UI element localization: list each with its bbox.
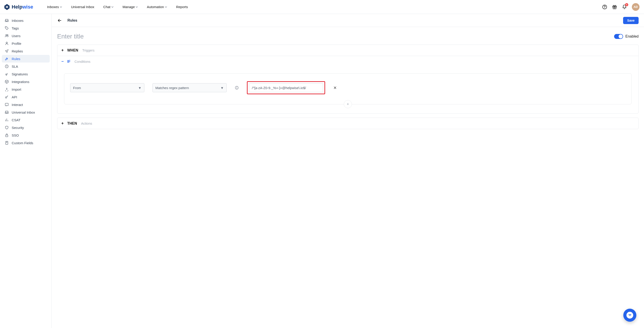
sidebar-item-import[interactable]: Import	[2, 86, 50, 93]
sidebar-item-tags[interactable]: Tags	[2, 24, 50, 32]
lock-icon	[4, 133, 9, 137]
key-icon	[4, 95, 9, 99]
logo[interactable]: Helpwise	[4, 4, 33, 10]
gift-button[interactable]	[612, 5, 617, 10]
topbar: Helpwise Inboxes Universal Inbox Chat Ma…	[0, 0, 644, 14]
back-button[interactable]	[57, 18, 62, 23]
sidebar-item-sso[interactable]: SSO	[2, 131, 50, 139]
sidebar-item-csat[interactable]: CSAT	[2, 116, 50, 124]
sidebar-item-inboxes[interactable]: Inboxes	[2, 17, 50, 24]
book-icon	[4, 141, 9, 145]
nav-manage[interactable]: Manage	[122, 5, 138, 9]
sidebar-item-replies[interactable]: Replies	[2, 47, 50, 55]
sidebar-item-label: Interact	[12, 103, 23, 107]
avatar[interactable]: AD	[632, 3, 640, 11]
svg-point-10	[6, 42, 8, 44]
nav-inboxes[interactable]: Inboxes	[47, 5, 62, 9]
sidebar-item-label: Users	[12, 34, 20, 38]
sidebar-item-label: Integrations	[12, 80, 29, 84]
topbar-right: 5 AD	[602, 3, 640, 11]
sidebar-item-signatures[interactable]: Signatures	[2, 70, 50, 78]
sidebar-item-label: Custom Fields	[12, 141, 33, 145]
svg-rect-14	[6, 135, 8, 137]
sidebar-item-label: Profile	[12, 42, 21, 46]
triangle-down-icon: ▼	[220, 86, 224, 90]
nav-universal-inbox[interactable]: Universal Inbox	[71, 5, 94, 9]
sidebar-item-api[interactable]: API	[2, 93, 50, 101]
sidebar-item-custom-fields[interactable]: Custom Fields	[2, 139, 50, 147]
import-icon	[4, 87, 9, 91]
condition-field-value: From	[73, 86, 81, 90]
sidebar-item-label: Rules	[12, 57, 20, 61]
sidebar-item-security[interactable]: Security	[2, 124, 50, 131]
users-icon	[4, 34, 9, 38]
info-icon	[235, 86, 239, 90]
nav-manage-label: Manage	[122, 5, 135, 9]
svg-rect-13	[5, 103, 8, 106]
sidebar-item-label: Signatures	[12, 72, 28, 76]
inbox-icon	[4, 110, 9, 114]
sidebar-item-universal-inbox[interactable]: Universal Inbox	[2, 108, 50, 116]
condition-box: From ▼ Matches regex pattern ▼	[64, 73, 632, 104]
remove-condition-button[interactable]	[333, 86, 337, 90]
condition-operator-value: Matches regex pattern	[156, 86, 189, 90]
sidebar-item-label: Tags	[12, 26, 19, 30]
svg-rect-21	[630, 314, 631, 315]
enabled-toggle[interactable]	[614, 34, 623, 39]
triangle-down-icon: ▼	[138, 86, 142, 90]
signature-icon	[4, 72, 9, 76]
nav-automation-label: Automation	[147, 5, 164, 9]
section-body-if: From ▼ Matches regex pattern ▼	[57, 67, 638, 113]
chat-fab[interactable]	[623, 309, 636, 322]
rule-title-input[interactable]	[57, 33, 406, 40]
plus-icon: +	[61, 121, 64, 126]
help-button[interactable]	[602, 5, 607, 10]
sidebar-item-integrations[interactable]: Integrations	[2, 78, 50, 86]
notifications-button[interactable]: 5	[622, 5, 627, 10]
content: Enabled + WHEN Triggers − IF Conditions	[52, 27, 644, 142]
logo-mark-icon	[4, 4, 10, 10]
highlight-box	[247, 81, 325, 94]
sidebar-item-label: SSO	[12, 133, 19, 137]
condition-value-input[interactable]	[249, 83, 323, 92]
chat-icon	[4, 103, 9, 107]
section-header-then[interactable]: + THEN Actions	[57, 118, 638, 129]
nav-reports[interactable]: Reports	[176, 5, 188, 9]
nav-chat[interactable]: Chat	[103, 5, 114, 9]
chat-bubble-icon	[626, 312, 633, 318]
sidebar-item-sla[interactable]: SLA	[2, 63, 50, 70]
add-condition-button[interactable]: +	[344, 100, 352, 108]
help-icon	[602, 5, 607, 10]
toggle-knob	[618, 35, 623, 39]
condition-row: From ▼ Matches regex pattern ▼	[70, 81, 626, 94]
nav-chat-label: Chat	[103, 5, 110, 9]
condition-field-select[interactable]: From ▼	[70, 83, 144, 92]
subheader: Rules Save	[52, 14, 644, 27]
section-name-then: THEN	[67, 122, 77, 126]
condition-operator-select[interactable]: Matches regex pattern ▼	[152, 83, 227, 92]
logo-text: Helpwise	[12, 4, 33, 10]
svg-point-7	[6, 27, 6, 28]
nav-reports-label: Reports	[176, 5, 188, 9]
sidebar-item-users[interactable]: Users	[2, 32, 50, 40]
nav-automation[interactable]: Automation	[147, 5, 167, 9]
tag-icon	[4, 26, 9, 30]
section-name-if: IF	[67, 60, 70, 64]
sidebar-item-interact[interactable]: Interact	[2, 101, 50, 108]
main: Rules Save Enabled + WHEN T	[52, 14, 644, 328]
wrench-icon	[4, 57, 9, 61]
top-nav: Inboxes Universal Inbox Chat Manage	[47, 5, 188, 9]
info-button[interactable]	[235, 86, 239, 90]
inbox-icon	[4, 19, 9, 23]
minus-icon: −	[61, 59, 64, 64]
sidebar-item-label: Inboxes	[12, 19, 24, 23]
section-header-when[interactable]: + WHEN Triggers	[57, 45, 638, 56]
profile-icon	[4, 41, 9, 46]
svg-point-12	[6, 97, 7, 98]
section-header-if[interactable]: − IF Conditions	[57, 56, 638, 67]
save-button[interactable]: Save	[623, 17, 638, 24]
nav-inboxes-label: Inboxes	[47, 5, 59, 9]
sidebar-item-profile[interactable]: Profile	[2, 40, 50, 47]
svg-point-4	[604, 8, 605, 8]
sidebar-item-rules[interactable]: Rules	[2, 55, 50, 63]
